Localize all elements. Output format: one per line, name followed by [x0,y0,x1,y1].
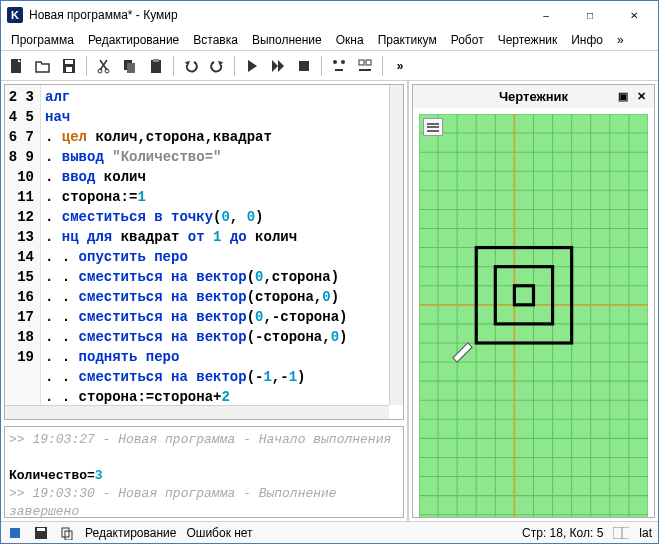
svg-rect-16 [299,61,309,71]
save-file-button[interactable] [57,54,81,78]
redo-button[interactable] [205,54,229,78]
menu-item[interactable]: Редактирование [82,31,185,49]
svg-rect-64 [10,528,20,538]
svg-rect-10 [153,59,159,62]
step-over-button[interactable] [353,54,377,78]
menu-item[interactable]: Окна [330,31,370,49]
drawer-menu-button[interactable] [423,118,443,136]
svg-rect-3 [65,60,73,64]
menubar: ПрограммаРедактированиеВставкаВыполнение… [1,29,658,51]
toolbar: » [1,51,658,81]
menu-item[interactable]: Робот [445,31,490,49]
svg-point-17 [333,60,337,64]
open-file-button[interactable] [31,54,55,78]
statusbar: Редактирование Ошибок нет Стр: 18, Кол: … [1,521,658,543]
svg-marker-14 [272,60,278,72]
menu-item[interactable]: Программа [5,31,80,49]
status-errors: Ошибок нет [186,526,252,540]
maximize-button[interactable]: □ [568,1,612,29]
menu-item[interactable]: Вставка [187,31,244,49]
console-line: >> 19:03:27 - Новая программа - Начало в… [9,431,399,449]
close-button[interactable]: ✕ [612,1,656,29]
svg-rect-4 [66,67,72,72]
console[interactable]: >> 19:03:27 - Новая программа - Начало в… [4,426,404,518]
toolbar-more-button[interactable]: » [388,54,412,78]
svg-rect-19 [359,60,364,65]
editor-scrollbar-h[interactable] [5,405,389,419]
run-button[interactable] [240,54,264,78]
menu-item[interactable]: Практикум [372,31,443,49]
new-file-button[interactable] [5,54,29,78]
cut-button[interactable] [92,54,116,78]
code-area[interactable]: алгнач. цел колич,сторона,квадрат. вывод… [41,85,403,419]
drawer-maximize-button[interactable]: ▣ [614,88,632,106]
paste-button[interactable] [144,54,168,78]
drawer-canvas-wrap [412,108,655,518]
main-area: 2 3 4 5 6 7 8 9 10 11 12 13 14 15 16 17 … [1,81,658,521]
console-line: Количество=3 [9,467,399,485]
minimize-button[interactable]: – [524,1,568,29]
drawer-pane-title: Чертежник ▣ ✕ [412,84,655,108]
gutter: 2 3 4 5 6 7 8 9 10 11 12 13 14 15 16 17 … [5,85,41,419]
undo-button[interactable] [179,54,203,78]
left-pane: 2 3 4 5 6 7 8 9 10 11 12 13 14 15 16 17 … [1,81,409,521]
status-position: Стр: 18, Кол: 5 [522,526,603,540]
status-stop-icon[interactable] [7,525,23,541]
right-pane: Чертежник ▣ ✕ [409,81,658,521]
svg-marker-13 [248,60,257,72]
drawer-canvas[interactable] [419,114,648,518]
stop-button[interactable] [292,54,316,78]
status-copy-icon[interactable] [59,525,75,541]
status-lang: lat [639,526,652,540]
menu-item[interactable]: Выполнение [246,31,328,49]
code-editor[interactable]: 2 3 4 5 6 7 8 9 10 11 12 13 14 15 16 17 … [4,84,404,420]
titlebar: K Новая программа* - Кумир – □ ✕ [1,1,658,29]
svg-rect-69 [613,527,629,539]
menu-item[interactable]: » [611,31,630,49]
menu-item[interactable]: Инфо [565,31,609,49]
window-title: Новая программа* - Кумир [29,8,524,22]
drawer-close-button[interactable]: ✕ [632,88,650,106]
svg-marker-11 [185,61,190,66]
step-button[interactable] [327,54,351,78]
svg-rect-20 [366,60,371,65]
console-line: >> 19:03:30 - Новая программа - Выполнен… [9,485,399,518]
svg-marker-15 [278,60,284,72]
svg-rect-8 [127,63,135,73]
editor-scrollbar-v[interactable] [389,85,403,405]
app-icon: K [7,7,23,23]
keyboard-icon[interactable] [613,525,629,541]
svg-marker-12 [218,61,223,66]
menu-item[interactable]: Чертежник [492,31,564,49]
copy-button[interactable] [118,54,142,78]
run-fast-button[interactable] [266,54,290,78]
status-mode: Редактирование [85,526,176,540]
status-save-icon[interactable] [33,525,49,541]
svg-rect-66 [37,528,45,531]
drawer-title-text: Чертежник [499,89,568,104]
svg-point-18 [341,60,345,64]
